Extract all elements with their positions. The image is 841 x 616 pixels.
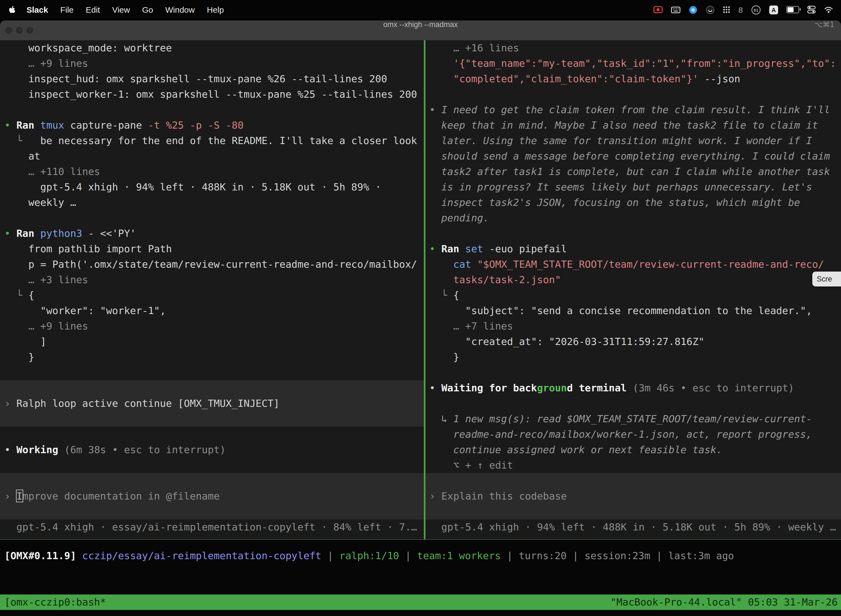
input-source-icon[interactable]: A: [769, 5, 778, 14]
terminal-line: └ be necessary for the end of the README…: [0, 133, 424, 148]
terminal-line: [0, 427, 424, 442]
window-title-bar: omx --xhigh --madmax ⌥⌘1: [0, 21, 841, 41]
svg-text:61: 61: [754, 7, 759, 12]
waiting-status: • Waiting for background terminal (3m 46…: [425, 380, 841, 396]
menu-item-edit[interactable]: Edit: [86, 5, 100, 14]
terminal-line: p = Path('.omx/state/team/review-current…: [0, 257, 424, 272]
terminal-line: [425, 87, 841, 102]
menu-item-help[interactable]: Help: [207, 5, 224, 14]
keyboard-icon[interactable]: [671, 6, 680, 13]
terminal-line: … +110 lines: [0, 164, 424, 179]
app-icon-blue[interactable]: [689, 5, 697, 14]
terminal-pane-left[interactable]: workspace_mode: worktree … +9 lines insp…: [0, 40, 424, 539]
terminal-line: ⌥ + ↑ edit: [425, 458, 841, 473]
apps-grid-icon[interactable]: [723, 6, 730, 13]
terminal-line: from pathlib import Path: [0, 241, 424, 257]
terminal-line: continue assigned work or next feasible …: [425, 442, 841, 458]
terminal-line: ]: [0, 334, 424, 349]
terminal-line: keep that in mind. Maybe I also need the…: [425, 117, 841, 133]
terminal-line: "created_at": "2026-03-31T11:59:27.816Z": [425, 334, 841, 349]
terminal-line: [0, 458, 424, 473]
terminal-line: inspect_worker-1: omx sparkshell --tmux-…: [0, 87, 424, 102]
app-icon-dark[interactable]: [706, 5, 715, 14]
terminal-line: … +3 lines: [0, 272, 424, 287]
omx-hud: [OMX#0.11.9] cczip/essay/ai-reimplementa…: [0, 548, 841, 563]
app-icon-eight[interactable]: 8: [738, 5, 743, 14]
omx-status-line: [OMX#0.11.9] cczip/essay/ai-reimplementa…: [0, 548, 841, 563]
menu-item-view[interactable]: View: [112, 5, 130, 14]
working-status: • Working (6m 38s • esc to interrupt): [0, 442, 424, 458]
terminal-line: readme-and-reco/mailbox/worker-1.json, a…: [425, 427, 841, 442]
terminal-line: workspace_mode: worktree: [0, 40, 424, 56]
terminal-line: └ {: [0, 287, 424, 303]
terminal-line: inspect_hud: omx sparkshell --tmux-pane …: [0, 71, 424, 87]
tmux-host-clock: "MacBook-Pro-44.local" 05:03 31-Mar-26: [610, 594, 838, 610]
terminal-line: "completed","claim_token":"claim-token"}…: [425, 71, 841, 87]
terminal-line: [425, 365, 841, 380]
screen: Slack File Edit View Go Window Help: [0, 0, 841, 616]
terminal-line: • I need to get the claim token from the…: [425, 102, 841, 117]
tmux-status-bar: [omx-cczip0:bash* "MacBook-Pro-44.local"…: [0, 594, 841, 610]
terminal-line: … +16 lines: [425, 40, 841, 56]
control-center-icon[interactable]: [807, 6, 816, 14]
screen-overlay-tooltip: Scre: [812, 271, 841, 286]
terminal-line: pending.: [425, 210, 841, 226]
terminal-line: inspect task2's JSON, focusing on the st…: [425, 195, 841, 210]
terminal-line: [0, 210, 424, 226]
terminal-line: ↳ 1 new msg(s): read $OMX_TEAM_STATE_ROO…: [425, 411, 841, 427]
terminal-line: }: [0, 349, 424, 365]
prompt-input: › Improve documentation in @filename: [0, 473, 424, 519]
terminal-line: • Ran set -euo pipefail: [425, 241, 841, 257]
terminal-line: should send a message before completing …: [425, 148, 841, 164]
menu-item-slack[interactable]: Slack: [26, 5, 48, 14]
terminal-line: • Ran python3 - <<'PY': [0, 226, 424, 241]
terminal-line: later. Using the same for transition mig…: [425, 133, 841, 148]
terminal-line: at: [0, 148, 424, 164]
battery-gauge-icon[interactable]: 61: [751, 5, 761, 15]
terminal-line: [425, 226, 841, 241]
prompt-suggestion: › Explain this codebase: [425, 473, 841, 519]
wifi-icon[interactable]: [824, 6, 833, 13]
terminal-window: omx --xhigh --madmax ⌥⌘1 workspace_mode:…: [0, 21, 841, 616]
tmux-inject-banner: › Ralph loop active continue [OMX_TMUX_I…: [0, 380, 424, 427]
window-title: omx --xhigh --madmax: [0, 21, 841, 40]
terminal-line: [425, 396, 841, 411]
terminal-line: cat "$OMX_TEAM_STATE_ROOT/team/review-cu…: [425, 257, 841, 272]
terminal-line: task2 after task1 is complete, but can I…: [425, 164, 841, 179]
terminal-line: gpt-5.4 xhigh · 94% left · 488K in · 5.1…: [0, 179, 424, 195]
terminal-line: "subject": "send a concise recommendatio…: [425, 303, 841, 318]
menu-bar: Slack File Edit View Go Window Help: [0, 0, 841, 19]
model-status-line: gpt-5.4 xhigh · 94% left · 488K in · 5.1…: [425, 519, 841, 535]
terminal-line: '{"team_name":"my-team","task_id":"1","f…: [425, 56, 841, 71]
terminal-line: [0, 365, 424, 380]
terminal-line: is in progress? It seems likely but perh…: [425, 179, 841, 195]
terminal-line: "worker": "worker-1",: [0, 303, 424, 318]
terminal-line: weekly …: [0, 195, 424, 210]
hud-separator: [0, 539, 841, 540]
terminal-line: … +7 lines: [425, 318, 841, 334]
menu-item-file[interactable]: File: [60, 5, 73, 14]
apple-menu-icon[interactable]: [9, 5, 16, 14]
terminal-line: … +9 lines: [0, 56, 424, 71]
window-shortcut-badge: ⌥⌘1: [814, 21, 834, 40]
terminal-line: └ {: [425, 287, 841, 303]
battery-icon[interactable]: [786, 6, 799, 13]
screen-sharing-icon[interactable]: [653, 6, 663, 13]
model-status-line: gpt-5.4 xhigh · essay/ai-reimplementatio…: [0, 519, 424, 535]
tmux-session-label: [omx-cczip0:bash*: [4, 594, 106, 610]
terminal-line: … +9 lines: [0, 318, 424, 334]
terminal-line: tasks/task-2.json": [425, 272, 841, 287]
terminal-pane-right[interactable]: … +16 lines '{"team_name":"my-team","tas…: [425, 40, 841, 539]
terminal-line: • Ran tmux capture-pane -t %25 -p -S -80: [0, 117, 424, 133]
terminal-line: [0, 102, 424, 117]
menu-item-window[interactable]: Window: [165, 5, 195, 14]
terminal-line: }: [425, 349, 841, 365]
menu-item-go[interactable]: Go: [142, 5, 153, 14]
